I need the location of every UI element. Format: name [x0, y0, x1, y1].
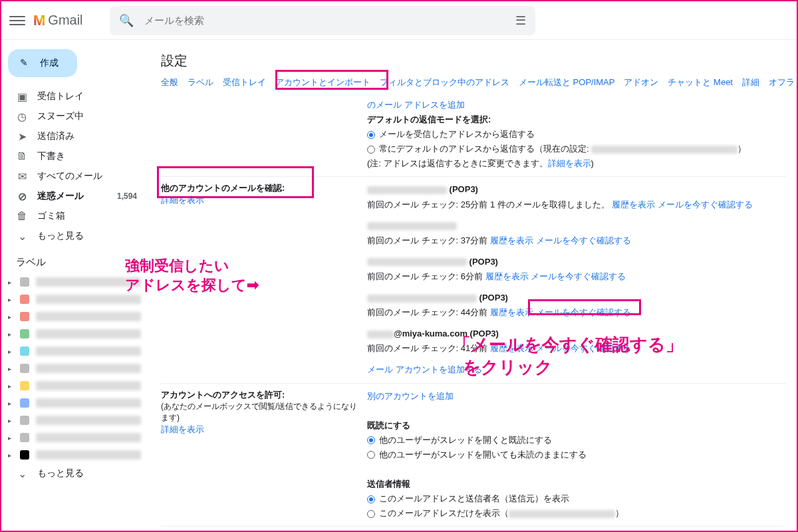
label-color-icon: [20, 295, 29, 304]
history-link-3[interactable]: 履歴を表示: [490, 307, 533, 317]
grant-add-link[interactable]: 別のアカウントを追加: [367, 391, 454, 401]
check-now-link-0[interactable]: メールを今すぐ確認する: [658, 200, 753, 209]
grant-learn-link[interactable]: 詳細を表示: [161, 424, 204, 434]
label-item[interactable]: ▸: [1, 342, 150, 360]
history-link-1[interactable]: 履歴を表示: [490, 235, 533, 245]
label-name: [36, 398, 141, 408]
history-link-0[interactable]: 履歴を表示: [612, 200, 655, 209]
label-color-icon: [20, 329, 29, 338]
all-icon: ✉: [16, 170, 28, 183]
label-color-icon: [20, 416, 29, 425]
tab-8[interactable]: 詳細: [742, 76, 759, 88]
nav-draft[interactable]: 🗎下書き: [1, 146, 150, 166]
reply-mode-learn-link[interactable]: 詳細を表示: [548, 158, 591, 168]
search-options-icon[interactable]: ☰: [515, 13, 526, 28]
label-name: [36, 312, 141, 321]
label-name: [36, 329, 141, 338]
search-input[interactable]: [143, 14, 515, 27]
tab-2[interactable]: 受信トレイ: [223, 76, 266, 88]
grant-heading: アカウントへのアクセスを許可:: [161, 390, 285, 400]
tab-1[interactable]: ラベル: [188, 76, 213, 88]
add-address-link[interactable]: のメール アドレスを追加: [367, 100, 465, 110]
more-icon: ⌄: [16, 230, 28, 243]
check-now-link-2[interactable]: メールを今すぐ確認する: [531, 271, 626, 281]
reply-mode-radio-2[interactable]: [367, 146, 375, 154]
reply-mode-heading: デフォルトの返信モードを選択:: [367, 114, 491, 124]
caret-icon: ▸: [8, 348, 13, 355]
check-other-heading: 他のアカウントのメールを確認:: [161, 183, 285, 193]
label-item[interactable]: ▸: [1, 360, 150, 377]
label-item[interactable]: ▸: [1, 308, 150, 325]
caret-icon: ▸: [8, 382, 13, 390]
check-now-link-4[interactable]: メールを今すぐ確認する: [536, 343, 631, 353]
search-bar[interactable]: 🔍 ☰: [110, 6, 535, 35]
tab-3[interactable]: アカウントとインポート: [275, 76, 370, 88]
menu-button[interactable]: [9, 13, 25, 29]
label-name: [36, 381, 141, 390]
clock-icon: ◷: [16, 110, 28, 123]
label-name: [36, 346, 141, 356]
grant-read-radio-1[interactable]: [367, 436, 375, 444]
label-color-icon: [20, 381, 29, 390]
grant-read-radio-2[interactable]: [367, 451, 375, 459]
label-item[interactable]: ▸: [1, 394, 150, 412]
label-item[interactable]: ▸: [1, 446, 150, 464]
labels-heading: ラベル: [16, 256, 46, 269]
trash-icon: 🗑: [16, 210, 28, 222]
tab-9[interactable]: オフラ: [769, 76, 795, 88]
settings-tabs: 全般ラベル受信トレイアカウントとインポートフィルタとブロック中のアドレスメール転…: [150, 76, 797, 92]
label-item[interactable]: ▸: [1, 291, 150, 308]
label-color-icon: [20, 450, 29, 460]
gmail-logo-text: Gmail: [48, 13, 82, 28]
label-color-icon: [20, 277, 29, 287]
labels-more[interactable]: ⌄もっと見る: [1, 464, 150, 483]
label-name: [36, 277, 141, 287]
send-icon: ➤: [16, 130, 28, 143]
caret-icon: ▸: [8, 296, 13, 303]
caret-icon: ▸: [8, 279, 13, 286]
tab-5[interactable]: メール転送と POP/IMAP: [519, 76, 614, 88]
label-color-icon: [20, 312, 29, 321]
caret-icon: ▸: [8, 365, 13, 372]
nav-inbox[interactable]: ▣受信トレイ: [1, 86, 150, 106]
add-mail-account-link[interactable]: メール アカウントを追加する: [367, 364, 482, 374]
tab-6[interactable]: アドオン: [624, 76, 658, 88]
check-other-learn-link[interactable]: 詳細を表示: [161, 195, 204, 205]
grant-sub: (あなたのメールボックスで閲覧/送信できるようになります): [161, 402, 357, 422]
label-name: [36, 295, 141, 304]
nav-spam[interactable]: ⊘迷惑メール1,594: [1, 186, 150, 206]
reply-mode-radio-1[interactable]: [367, 131, 375, 139]
tab-7[interactable]: チャットと Meet: [668, 76, 733, 88]
label-item[interactable]: ▸: [1, 429, 150, 446]
check-now-link-3[interactable]: メールを今すぐ確認する: [536, 307, 631, 317]
label-item[interactable]: ▸: [1, 412, 150, 429]
label-color-icon: [20, 398, 29, 408]
label-name: [36, 450, 141, 460]
label-color-icon: [20, 433, 29, 442]
label-color-icon: [20, 346, 29, 356]
compose-button[interactable]: ✎ 作成: [8, 49, 77, 77]
search-icon: 🔍: [119, 13, 134, 28]
tab-0[interactable]: 全般: [161, 76, 178, 88]
label-item[interactable]: ▸: [1, 325, 150, 342]
history-link-4[interactable]: 履歴を表示: [490, 343, 533, 353]
gmail-logo-icon: M: [33, 12, 45, 29]
add-label-button[interactable]: +: [131, 255, 138, 269]
grant-sender-radio-2[interactable]: [367, 510, 375, 518]
caret-icon: ▸: [8, 434, 13, 442]
inbox-icon: ▣: [16, 90, 28, 103]
check-now-link-1[interactable]: メールを今すぐ確認する: [536, 235, 631, 245]
tab-4[interactable]: フィルタとブロック中のアドレス: [380, 76, 509, 88]
caret-icon: ▸: [8, 452, 13, 459]
grant-sender-radio-1[interactable]: [367, 495, 375, 503]
label-name: [36, 433, 141, 442]
history-link-2[interactable]: 履歴を表示: [485, 271, 529, 281]
label-item[interactable]: ▸: [1, 273, 150, 291]
nav-clock[interactable]: ◷スヌーズ中: [1, 106, 150, 126]
nav-more[interactable]: ⌄もっと見る: [1, 226, 150, 246]
nav-all[interactable]: ✉すべてのメール: [1, 166, 150, 186]
settings-title: 設定: [150, 44, 797, 76]
nav-trash[interactable]: 🗑ゴミ箱: [1, 206, 150, 226]
label-item[interactable]: ▸: [1, 377, 150, 394]
nav-send[interactable]: ➤送信済み: [1, 126, 150, 146]
